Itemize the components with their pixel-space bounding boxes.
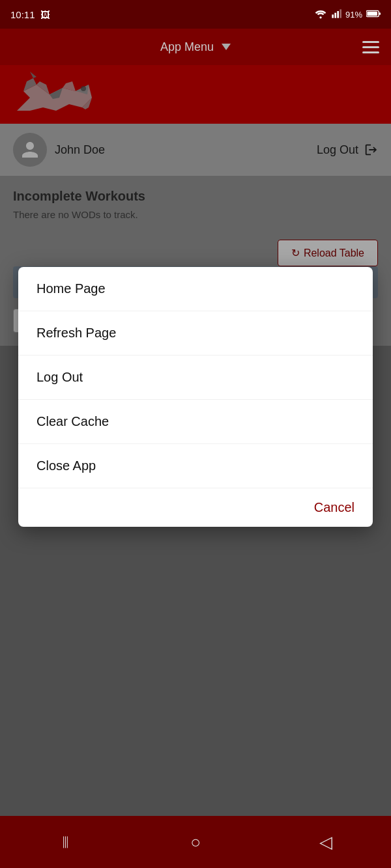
svg-marker-16 — [30, 72, 36, 78]
svg-rect-4 — [340, 9, 341, 18]
app-header: App Menu — [0, 29, 391, 65]
signal-icon — [331, 8, 341, 21]
battery-icon — [366, 10, 381, 20]
menu-item-close-app[interactable]: Close App — [18, 444, 373, 488]
wifi-icon — [314, 8, 327, 21]
menu-item-home-page[interactable]: Home Page — [18, 267, 373, 311]
nav-home-button[interactable]: ○ — [176, 822, 215, 861]
nav-home-icon: ○ — [190, 832, 201, 852]
hamburger-menu-icon[interactable] — [362, 41, 379, 53]
menu-item-refresh-page[interactable]: Refresh Page — [18, 311, 373, 356]
nav-menu-button[interactable]: ⦀ — [46, 822, 85, 861]
rhino-logo — [10, 72, 95, 117]
svg-point-0 — [319, 16, 321, 18]
app-menu-label[interactable]: App Menu — [160, 40, 231, 54]
bottom-navigation: ⦀ ○ ◁ — [0, 816, 391, 868]
svg-rect-2 — [334, 12, 336, 18]
nav-back-button[interactable]: ◁ — [306, 822, 345, 861]
svg-rect-3 — [337, 11, 339, 18]
logo-bar — [0, 65, 391, 124]
menu-item-log-out[interactable]: Log Out — [18, 356, 373, 400]
nav-menu-icon: ⦀ — [62, 832, 69, 852]
app-menu-modal: Home Page Refresh Page Log Out Clear Cac… — [18, 267, 373, 527]
svg-rect-1 — [332, 14, 334, 18]
menu-item-clear-cache[interactable]: Clear Cache — [18, 400, 373, 444]
chevron-down-icon — [222, 44, 231, 50]
status-time: 10:11 — [10, 9, 35, 20]
status-bar: 10:11 🖼 91% — [0, 0, 391, 29]
svg-rect-6 — [379, 12, 381, 15]
svg-point-15 — [81, 86, 86, 91]
nav-back-icon: ◁ — [319, 832, 332, 852]
cancel-button[interactable]: Cancel — [314, 500, 355, 515]
photo-icon: 🖼 — [40, 9, 50, 20]
battery-percent: 91% — [345, 10, 362, 20]
modal-cancel-row: Cancel — [18, 488, 373, 527]
svg-rect-7 — [367, 11, 377, 15]
